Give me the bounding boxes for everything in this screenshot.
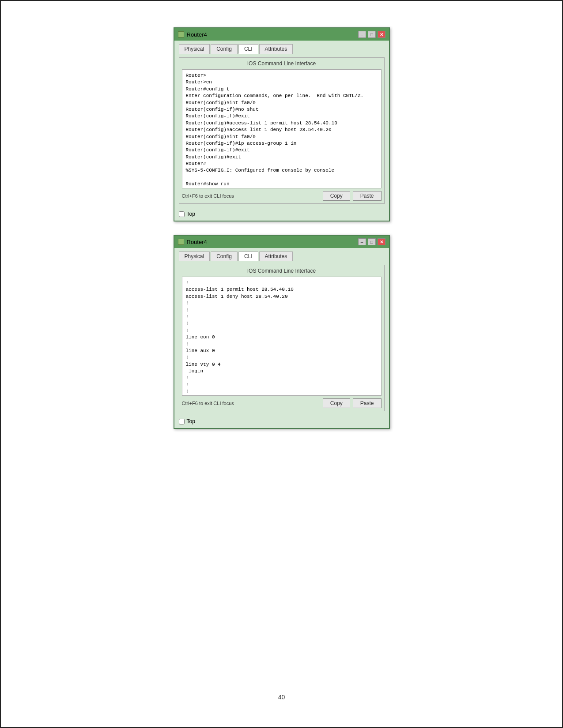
tab-cli-1[interactable]: CLI [238, 44, 258, 54]
window-title-2: Router4 [187, 239, 207, 245]
window-title-1: Router4 [187, 31, 207, 38]
router-window-1: Router4 – □ ✕ Physical Config CLI Attrib… [174, 27, 390, 221]
cli-footer-1: Ctrl+F6 to exit CLI focus Copy Paste [182, 191, 382, 201]
top-label-1: Top [187, 211, 195, 217]
page-number: 40 [278, 694, 285, 709]
tab-config-1[interactable]: Config [211, 44, 238, 54]
cli-buttons-1: Copy Paste [323, 191, 382, 201]
tab-attributes-2[interactable]: Attributes [259, 251, 293, 261]
router-window-2: Router4 – □ ✕ Physical Config CLI Attrib… [174, 235, 390, 429]
titlebar-1: Router4 – □ ✕ [174, 28, 389, 41]
minimize-button-1[interactable]: – [358, 31, 366, 38]
content-label-2: IOS Command Line Interface [182, 268, 382, 274]
titlebar-left-1: Router4 [178, 31, 207, 38]
window-bottom-2: Top [174, 416, 389, 428]
top-checkbox-container-2: Top [179, 418, 195, 424]
tab-physical-1[interactable]: Physical [179, 44, 210, 54]
tab-cli-2[interactable]: CLI [238, 251, 258, 261]
top-checkbox-1[interactable] [179, 211, 185, 217]
window-body-1: Physical Config CLI Attributes IOS Comma… [174, 41, 389, 208]
window-body-2: Physical Config CLI Attributes IOS Comma… [174, 248, 389, 416]
paste-button-2[interactable]: Paste [353, 398, 382, 408]
cli-hint-1: Ctrl+F6 to exit CLI focus [182, 193, 234, 199]
minimize-button-2[interactable]: – [358, 238, 366, 245]
router-icon-1 [178, 31, 184, 38]
tab-bar-2: Physical Config CLI Attributes [179, 251, 385, 261]
close-button-1[interactable]: ✕ [378, 31, 385, 38]
content-area-1: IOS Command Line Interface Router> Route… [179, 57, 385, 204]
router-icon-2 [178, 239, 184, 245]
content-area-2: IOS Command Line Interface ! access-list… [179, 265, 385, 411]
window-controls-1: – □ ✕ [358, 31, 385, 38]
maximize-button-1[interactable]: □ [368, 31, 376, 38]
top-checkbox-container-1: Top [179, 211, 195, 217]
cli-hint-2: Ctrl+F6 to exit CLI focus [182, 401, 234, 406]
window-bottom-1: Top [174, 208, 389, 221]
copy-button-2[interactable]: Copy [323, 398, 350, 408]
cli-footer-2: Ctrl+F6 to exit CLI focus Copy Paste [182, 398, 382, 408]
content-label-1: IOS Command Line Interface [182, 60, 382, 67]
top-checkbox-2[interactable] [179, 419, 185, 424]
cli-buttons-2: Copy Paste [323, 398, 382, 408]
cli-terminal-1[interactable]: Router> Router>en Router#config t Enter … [182, 69, 382, 188]
tab-attributes-1[interactable]: Attributes [259, 44, 293, 54]
tab-physical-2[interactable]: Physical [179, 251, 210, 261]
cli-output-1: Router> Router>en Router#config t Enter … [186, 72, 378, 188]
close-button-2[interactable]: ✕ [378, 238, 385, 245]
paste-button-1[interactable]: Paste [353, 191, 382, 201]
maximize-button-2[interactable]: □ [368, 238, 376, 245]
titlebar-left-2: Router4 [178, 239, 207, 245]
page-container: Router4 – □ ✕ Physical Config CLI Attrib… [1, 1, 562, 727]
top-label-2: Top [187, 418, 195, 424]
cli-terminal-2[interactable]: ! access-list 1 permit host 28.54.40.10 … [182, 277, 382, 396]
copy-button-1[interactable]: Copy [323, 191, 350, 201]
cli-output-2: ! access-list 1 permit host 28.54.40.10 … [186, 280, 378, 396]
tab-config-2[interactable]: Config [211, 251, 238, 261]
titlebar-2: Router4 – □ ✕ [174, 236, 389, 248]
tab-bar-1: Physical Config CLI Attributes [179, 44, 385, 54]
window-controls-2: – □ ✕ [358, 238, 385, 245]
